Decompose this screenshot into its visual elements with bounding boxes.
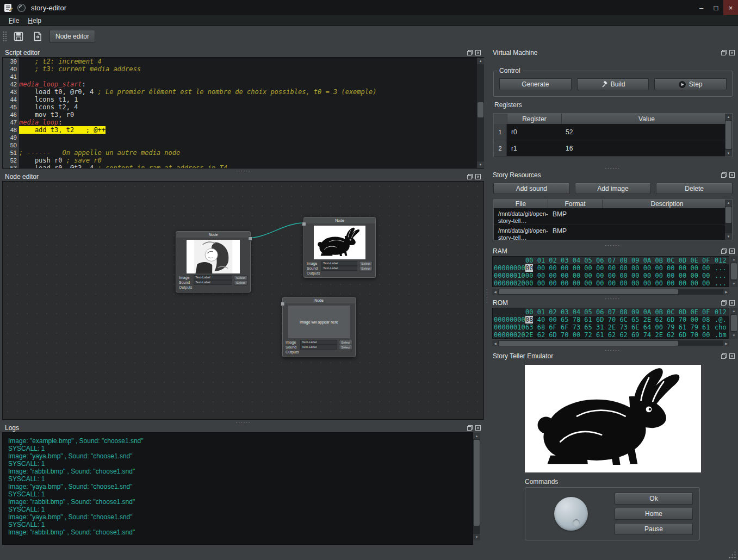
close-button[interactable]: × [723,0,738,15]
save-button[interactable] [11,29,26,43]
node-canvas[interactable]: Node ImageText-LabelSelect SoundText-Lab… [2,181,484,420]
float-panel-icon[interactable] [721,353,727,359]
scroll-up-icon[interactable]: ▲ [477,58,484,64]
toolbar-drag-handle[interactable] [3,31,7,42]
scroll-down-icon[interactable]: ▼ [725,150,732,157]
close-panel-icon[interactable] [729,353,735,359]
close-panel-icon[interactable] [729,50,735,55]
hex-row[interactable]: 0000001000 00 00 00 00 00 00 00 00 00 00… [493,272,729,279]
column-format[interactable]: Format [548,200,603,208]
scroll-up-icon[interactable]: ▲ [473,433,480,439]
column-description[interactable]: Description [603,200,732,208]
splitter-handle[interactable] [490,166,735,170]
resource-row[interactable]: /mnt/data/git/open-story-tell… BMP [494,208,732,225]
scroll-thumb[interactable] [725,121,731,149]
scroll-thumb[interactable] [499,341,678,346]
menu-help[interactable]: Help [23,16,46,26]
scroll-down-icon[interactable]: ▼ [473,534,480,540]
rom-vertical-scrollbar[interactable]: ▲ ▼ [730,308,737,339]
float-panel-icon[interactable] [721,300,727,306]
hex-row[interactable]: 0000000008 40 00 65 78 61 6D 70 6C 65 2E… [493,316,729,323]
minimize-button[interactable]: – [694,0,709,15]
vertical-splitter-handle[interactable] [484,48,490,545]
scroll-thumb[interactable] [731,263,737,279]
close-panel-icon[interactable] [475,425,481,431]
logs-scrollbar[interactable]: ▲ ▼ [473,433,480,540]
step-button[interactable]: Step [654,78,727,90]
pause-button[interactable]: Pause [615,523,693,535]
add-image-button[interactable]: Add image [575,183,652,194]
float-panel-icon[interactable] [467,50,473,55]
node-editor-toggle-button[interactable]: Node editor [49,30,95,43]
resources-scrollbar[interactable]: ▲ ▼ [725,200,732,240]
close-panel-icon[interactable] [729,300,735,306]
float-panel-icon[interactable] [721,172,727,178]
registers-scrollbar[interactable]: ▲ ▼ [725,114,732,157]
rom-horizontal-scrollbar[interactable]: ◀ ▶ [492,340,729,346]
scroll-left-icon[interactable]: ◀ [492,340,498,346]
add-sound-button[interactable]: Add sound [493,183,570,194]
ram-hex-view[interactable]: 00 01 02 03 04 05 06 07 08 09 0A 0B 0C 0… [492,256,729,287]
close-panel-icon[interactable] [729,172,735,178]
register-row[interactable]: 2 r1 16 [494,140,732,157]
output-port[interactable] [248,237,252,241]
scroll-down-icon[interactable]: ▼ [477,161,484,168]
resource-row[interactable]: /mnt/data/git/open-story-tell… BMP [494,225,732,240]
media-node-empty[interactable]: Node Image will appear here ImageText-La… [282,297,356,357]
scroll-up-icon[interactable]: ▲ [730,256,737,263]
rom-hex-view[interactable]: 00 01 02 03 04 05 06 07 08 09 0A 0B 0C 0… [492,308,729,339]
select-sound-button[interactable]: Select [359,266,373,271]
scroll-down-icon[interactable]: ▼ [730,281,737,287]
close-panel-icon[interactable] [475,50,481,55]
build-button[interactable]: Build [577,78,649,90]
hex-row[interactable]: 0000000000 00 00 00 00 00 00 00 00 00 00… [493,264,729,272]
select-sound-button[interactable]: Select [339,345,352,350]
scroll-left-icon[interactable]: ◀ [492,289,498,295]
generate-button[interactable]: Generate [499,78,572,90]
selected-byte[interactable]: 00 [525,264,533,272]
ram-vertical-scrollbar[interactable]: ▲ ▼ [730,256,737,287]
media-node-girl[interactable]: Node ImageText-LabelSelect SoundText-Lab… [176,231,251,293]
scroll-up-icon[interactable]: ▲ [730,308,737,314]
delete-resource-button[interactable]: Delete [656,183,733,194]
media-node-rabbit[interactable]: Node ImageText-LabelSelect SoundText-Lab… [303,217,376,278]
column-register[interactable]: Register [507,114,562,124]
log-output[interactable]: Image: "example.bmp" , Sound: "choose1.s… [2,432,473,545]
scroll-up-icon[interactable]: ▲ [725,114,732,120]
hex-row[interactable]: 0000001063 68 6F 6F 73 65 31 2E 73 6E 64… [493,323,729,331]
scroll-thumb[interactable] [731,315,737,331]
scroll-thumb[interactable] [474,440,480,526]
scroll-thumb[interactable] [725,207,731,223]
home-button[interactable]: Home [615,508,693,520]
select-sound-button[interactable]: Select [234,280,247,285]
jog-knob[interactable] [554,497,588,531]
close-panel-icon[interactable] [729,248,735,254]
scroll-thumb[interactable] [499,289,678,294]
scroll-down-icon[interactable]: ▼ [730,332,737,339]
scroll-thumb[interactable] [477,102,483,117]
ok-button[interactable]: Ok [615,493,693,505]
scroll-up-icon[interactable]: ▲ [725,200,732,206]
export-document-button[interactable] [30,29,45,43]
hex-row[interactable]: 0000002000 00 00 00 00 00 00 00 00 00 00… [493,279,729,287]
menu-file[interactable]: File [4,16,23,26]
code-editor[interactable]: 39 ; t2: increment 4 40 ; t3: current me… [2,57,484,169]
input-port[interactable] [302,222,306,226]
float-panel-icon[interactable] [467,174,473,179]
register-row[interactable]: 1 r0 52 [494,124,732,140]
float-panel-icon[interactable] [721,50,727,55]
scroll-right-icon[interactable]: ▶ [723,289,729,295]
input-port[interactable] [281,302,285,306]
ram-horizontal-scrollbar[interactable]: ◀ ▶ [492,289,729,295]
scroll-down-icon[interactable]: ▼ [725,233,732,240]
script-editor-scrollbar[interactable]: ▲ ▼ [477,58,484,168]
hex-row[interactable]: 000000202E 62 6D 70 00 72 61 62 62 69 74… [493,331,729,339]
maximize-button[interactable]: □ [709,0,723,15]
float-panel-icon[interactable] [721,248,727,254]
selected-byte[interactable]: 08 [525,316,533,323]
column-value[interactable]: Value [562,114,732,124]
close-panel-icon[interactable] [475,174,481,179]
column-file[interactable]: File [494,200,548,208]
float-panel-icon[interactable] [467,425,473,431]
scroll-right-icon[interactable]: ▶ [723,340,729,346]
